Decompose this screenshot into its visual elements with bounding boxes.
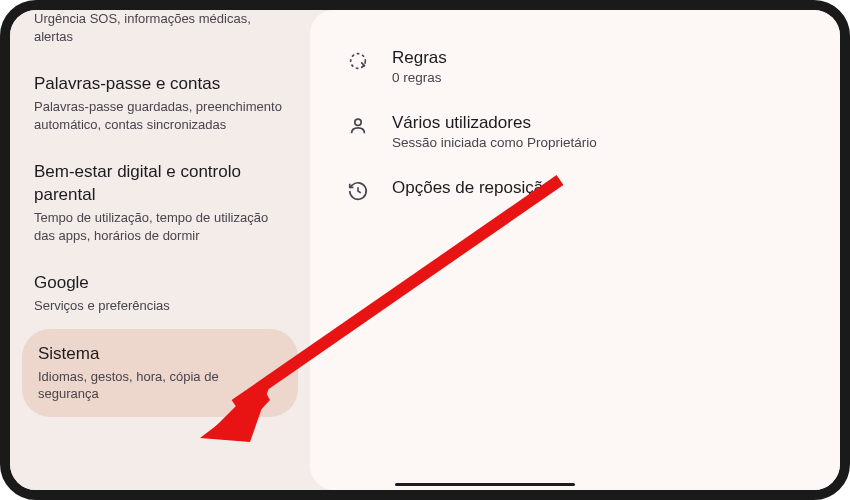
- sidebar-item-subtitle: Urgência SOS, informações médicas, alert…: [34, 10, 286, 45]
- main-item-subtitle: 0 regras: [392, 70, 804, 85]
- sidebar-item-system[interactable]: Sistema Idiomas, gestos, hora, cópia de …: [22, 329, 298, 417]
- sidebar-item-subtitle: Palavras-passe guardadas, preenchimento …: [34, 98, 286, 133]
- sidebar-item-safety[interactable]: Urgência SOS, informações médicas, alert…: [10, 10, 310, 59]
- main-item-text: Opções de reposição: [392, 178, 804, 198]
- sidebar-item-label: Sistema: [38, 343, 282, 366]
- sidebar-item-google[interactable]: Google Serviços e preferências: [10, 258, 310, 328]
- sidebar-item-subtitle: Tempo de utilização, tempo de utilização…: [34, 209, 286, 244]
- sidebar-item-label: Palavras-passe e contas: [34, 73, 286, 96]
- sidebar-item-label: Bem-estar digital e controlo parental: [34, 161, 286, 207]
- sidebar-item-wellbeing[interactable]: Bem-estar digital e controlo parental Te…: [10, 147, 310, 258]
- main-item-title: Opções de reposição: [392, 178, 804, 198]
- sidebar-item-label: Google: [34, 272, 286, 295]
- main-item-text: Vários utilizadores Sessão iniciada como…: [392, 113, 804, 150]
- main-item-subtitle: Sessão iniciada como Proprietário: [392, 135, 804, 150]
- main-item-users[interactable]: Vários utilizadores Sessão iniciada como…: [340, 99, 810, 164]
- main-panel: Regras 0 regras Vários utilizadores Sess…: [310, 10, 840, 490]
- history-icon: [346, 179, 370, 203]
- device-frame: Urgência SOS, informações médicas, alert…: [0, 0, 850, 500]
- svg-point-1: [355, 119, 361, 125]
- main-item-title: Vários utilizadores: [392, 113, 804, 133]
- sidebar-item-subtitle: Idiomas, gestos, hora, cópia de seguranç…: [38, 368, 282, 403]
- nav-indicator: [395, 483, 575, 487]
- main-item-rules[interactable]: Regras 0 regras: [340, 34, 810, 99]
- rules-icon: [346, 49, 370, 73]
- main-item-text: Regras 0 regras: [392, 48, 804, 85]
- main-item-reset[interactable]: Opções de reposição: [340, 164, 810, 217]
- sidebar-item-subtitle: Serviços e preferências: [34, 297, 286, 315]
- sidebar-item-passwords[interactable]: Palavras-passe e contas Palavras-passe g…: [10, 59, 310, 147]
- settings-container: Urgência SOS, informações médicas, alert…: [10, 10, 840, 490]
- main-item-title: Regras: [392, 48, 804, 68]
- sidebar: Urgência SOS, informações médicas, alert…: [10, 10, 310, 490]
- person-icon: [346, 114, 370, 138]
